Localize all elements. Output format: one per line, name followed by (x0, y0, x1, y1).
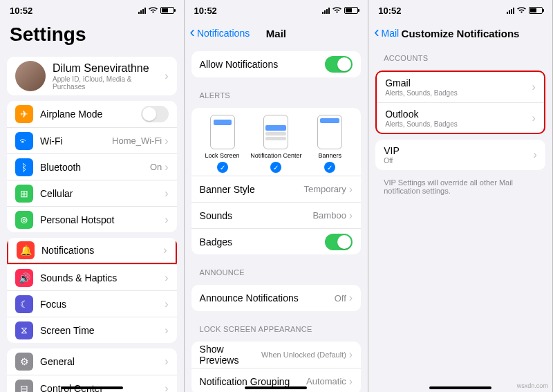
chevron-icon: › (165, 272, 168, 284)
bannerstyle-row[interactable]: Banner StyleTemporary› (191, 176, 362, 202)
chevron-icon: › (165, 298, 168, 310)
lsa-header: LOCK SCREEN APPEARANCE (185, 317, 368, 336)
status-time: 10:52 (10, 6, 32, 16)
outlook-row[interactable]: OutlookAlerts, Sounds, Badges › (377, 102, 544, 133)
badges-toggle[interactable] (325, 234, 353, 250)
check-icon: ✓ (217, 162, 228, 173)
connectivity-group: ✈Airplane Mode ᯤWi-FiHome_Wi-Fi› ᛒBlueto… (7, 101, 177, 232)
announce-group: Announce NotificationsOff› (191, 285, 362, 311)
battery-icon (160, 7, 174, 14)
control-row[interactable]: ⊟Control Center› (7, 375, 177, 392)
settings-content: Settings Dilum Senevirathne Apple ID, iC… (0, 21, 184, 392)
bluetooth-icon: ᛒ (15, 158, 33, 176)
alerts-group: Lock Screen✓ Notification Center✓ Banner… (191, 108, 362, 254)
airplane-row[interactable]: ✈Airplane Mode (7, 101, 177, 127)
chevron-icon: › (349, 209, 353, 222)
bell-icon: 🔔 (17, 241, 35, 259)
nav-title: Mail (266, 28, 286, 39)
customize-content: ACCOUNTS GmailAlerts, Sounds, Badges › O… (368, 46, 552, 392)
announce-header: ANNOUNCE (185, 260, 368, 279)
customize-notifications-screen: 10:52 Mail Customize Notifications ACCOU… (368, 0, 553, 392)
profile-group: Dilum Senevirathne Apple ID, iCloud, Med… (7, 57, 177, 95)
hourglass-icon: ⧖ (15, 321, 33, 339)
status-icons (322, 7, 358, 14)
chevron-icon: › (163, 244, 167, 256)
status-time: 10:52 (378, 6, 401, 16)
status-icons (138, 7, 174, 14)
allow-row[interactable]: Allow Notifications (191, 51, 362, 77)
home-indicator[interactable] (429, 386, 491, 389)
bluetooth-row[interactable]: ᛒBluetoothOn› (7, 153, 177, 180)
allow-toggle[interactable] (325, 56, 353, 73)
chevron-icon: › (349, 348, 353, 361)
status-time: 10:52 (194, 6, 217, 16)
settings-screen: 10:52 Settings Dilum Senevirathne Apple … (0, 0, 185, 392)
banner-preview-icon (317, 115, 342, 149)
home-indicator[interactable] (245, 386, 307, 389)
battery-icon (529, 7, 543, 14)
battery-icon (344, 7, 358, 14)
home-indicator[interactable] (61, 386, 123, 389)
chevron-icon: › (532, 81, 535, 93)
wifi-row[interactable]: ᯤWi-FiHome_Wi-Fi› (7, 127, 177, 153)
sounds-row[interactable]: 🔊Sounds & Haptics› (7, 264, 177, 290)
alert-banners[interactable]: Banners✓ (303, 115, 357, 173)
mail-content: Allow Notifications ALERTS Lock Screen✓ … (185, 46, 368, 392)
status-bar: 10:52 (0, 0, 184, 21)
focus-row[interactable]: ☾Focus› (7, 290, 177, 317)
profile-sub: Apple ID, iCloud, Media & Purchases (53, 75, 165, 91)
chevron-icon: › (165, 324, 168, 337)
system-group: ⚙General› ⊟Control Center› ☀Display & Br… (7, 348, 177, 392)
chevron-icon: › (165, 187, 168, 200)
allow-group: Allow Notifications (191, 51, 362, 77)
back-button[interactable]: Mail (374, 28, 399, 39)
lsa-group: Show PreviewsWhen Unlocked (Default)› No… (191, 342, 362, 392)
airplane-toggle[interactable] (141, 106, 169, 122)
lockscreen-preview-icon (210, 115, 235, 149)
status-bar: 10:52 (185, 0, 368, 21)
hotspot-icon: ⊚ (15, 211, 33, 229)
badges-row[interactable]: Badges (191, 228, 362, 254)
wifi-icon (332, 7, 341, 14)
watermark: wsxdn.com (517, 382, 548, 389)
cellular-icon: ⊞ (15, 185, 33, 203)
status-icons (507, 7, 543, 14)
profile-row[interactable]: Dilum Senevirathne Apple ID, iCloud, Med… (7, 57, 177, 95)
page-title: Settings (0, 21, 184, 51)
chevron-icon: › (165, 214, 168, 226)
signal-icon (138, 7, 146, 14)
alert-lockscreen[interactable]: Lock Screen✓ (196, 115, 250, 173)
notifcenter-preview-icon (263, 115, 288, 149)
nav-title: Customize Notifications (402, 28, 520, 39)
general-row[interactable]: ⚙General› (7, 348, 177, 375)
announce-row[interactable]: Announce NotificationsOff› (191, 285, 362, 311)
chevron-icon: › (349, 183, 353, 196)
gmail-row[interactable]: GmailAlerts, Sounds, Badges › (377, 72, 544, 102)
previews-row[interactable]: Show PreviewsWhen Unlocked (Default)› (191, 342, 362, 368)
cellular-row[interactable]: ⊞Cellular› (7, 180, 177, 206)
airplane-icon: ✈ (15, 105, 33, 123)
mail-notifications-screen: 10:52 Notifications Mail Allow Notificat… (185, 0, 369, 392)
sounds-row[interactable]: SoundsBamboo› (191, 202, 362, 228)
vip-group: VIPOff › (375, 140, 545, 170)
screentime-row[interactable]: ⧖Screen Time› (7, 317, 177, 343)
wifi-icon (517, 7, 526, 14)
status-bar: 10:52 (368, 0, 552, 21)
back-button[interactable]: Notifications (190, 28, 250, 39)
wifi-settings-icon: ᯤ (15, 132, 33, 150)
chevron-icon: › (165, 355, 168, 368)
avatar (15, 61, 46, 91)
chevron-icon: › (165, 382, 168, 393)
alert-notifcenter[interactable]: Notification Center✓ (249, 115, 303, 173)
alert-previews: Lock Screen✓ Notification Center✓ Banner… (191, 108, 362, 176)
accounts-group: GmailAlerts, Sounds, Badges › OutlookAle… (375, 71, 545, 134)
chevron-icon: › (165, 135, 168, 147)
nav-bar: Notifications Mail (185, 21, 368, 46)
notifications-row[interactable]: 🔔Notifications› (7, 238, 177, 264)
vip-row[interactable]: VIPOff › (375, 140, 545, 170)
vip-footer: VIP Settings will override all other Mai… (368, 176, 552, 200)
chevron-icon: › (165, 70, 168, 82)
alerts-header: ALERTS (185, 83, 368, 102)
moon-icon: ☾ (15, 295, 33, 313)
hotspot-row[interactable]: ⊚Personal Hotspot› (7, 206, 177, 232)
